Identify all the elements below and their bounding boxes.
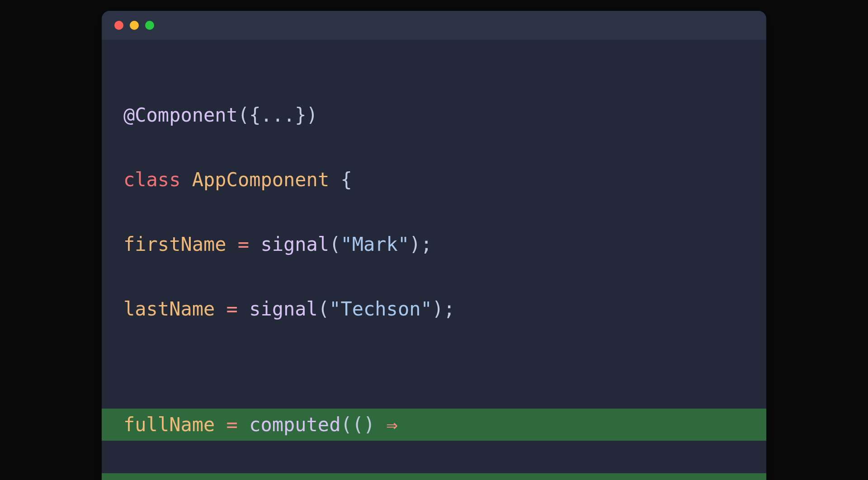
punctuation: }) — [295, 104, 318, 126]
code-line: lastName = signal("Techson"); — [102, 293, 766, 325]
function: computed — [249, 414, 340, 436]
indent — [123, 478, 158, 480]
paren: ()) — [467, 478, 501, 480]
ellipsis: ... — [260, 104, 295, 126]
paren: ( — [329, 233, 340, 255]
string: "Techson" — [329, 298, 432, 320]
string: " " — [307, 478, 341, 480]
operator: = — [215, 414, 249, 436]
function: signal — [249, 298, 318, 320]
decorator: @Component — [123, 104, 238, 126]
function: lastName — [375, 478, 466, 480]
window-titlebar — [102, 11, 766, 40]
paren: () — [260, 478, 283, 480]
property: firstName — [123, 233, 226, 255]
close-icon[interactable] — [114, 21, 123, 30]
keyword: class — [123, 169, 180, 191]
code-line-highlight: fullName = computed(() ⇒ — [102, 409, 766, 441]
function: firstName — [158, 478, 261, 480]
arrow: ⇒ — [387, 414, 398, 436]
property: fullName — [123, 414, 215, 436]
code-content: @Component({...}) class AppComponent { f… — [102, 40, 766, 480]
class-name: AppComponent — [192, 169, 329, 191]
string: "Mark" — [340, 233, 409, 255]
paren: ); — [409, 233, 432, 255]
operator: + — [283, 478, 307, 480]
paren: (() — [340, 414, 386, 436]
property: lastName — [123, 298, 215, 320]
maximize-icon[interactable] — [145, 21, 154, 30]
code-window: @Component({...}) class AppComponent { f… — [102, 11, 766, 480]
brace: { — [329, 169, 352, 191]
operator: = — [226, 233, 261, 255]
code-line: firstName = signal("Mark"); — [102, 228, 766, 260]
operator: = — [215, 298, 249, 320]
minimize-icon[interactable] — [130, 21, 139, 30]
code-line: @Component({...}) — [102, 99, 766, 131]
punctuation: ({ — [238, 104, 261, 126]
paren: ( — [318, 298, 329, 320]
operator: + — [340, 478, 375, 480]
blank-line — [102, 358, 766, 376]
paren: ); — [432, 298, 455, 320]
code-line-highlight: firstName()+ " " + lastName()) — [102, 473, 766, 480]
code-line: class AppComponent { — [102, 164, 766, 196]
function: signal — [260, 233, 329, 255]
